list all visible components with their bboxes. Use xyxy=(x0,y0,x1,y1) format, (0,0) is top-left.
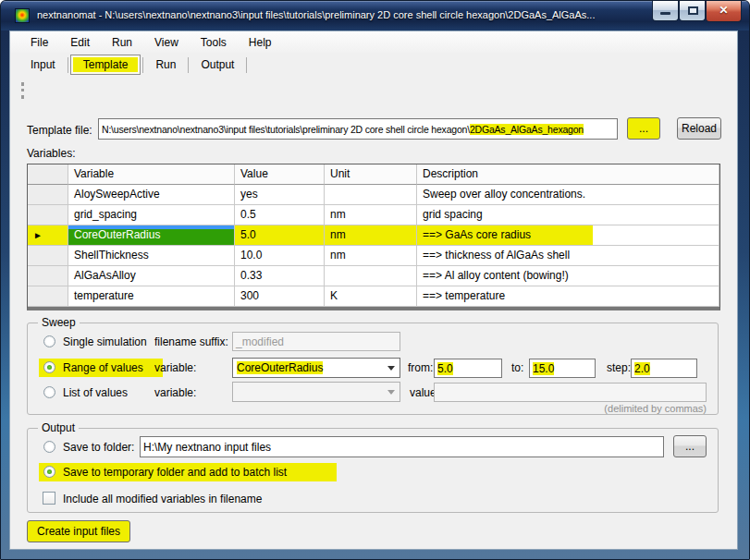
cell-variable[interactable]: AlGaAsAlloy xyxy=(68,266,235,286)
cell-variable[interactable]: AloySweepActive xyxy=(68,185,235,205)
menubar: File Edit Run View Tools Help xyxy=(10,31,737,53)
column-header-value[interactable]: Value xyxy=(235,164,325,185)
cell-description[interactable]: Sweep over alloy concentrations. xyxy=(417,185,719,205)
template-file-input[interactable]: N:\users\nextnano\nextnano3\input files\… xyxy=(98,118,618,140)
delimited-hint: (delimited by commas) xyxy=(527,403,707,414)
row-header-selected[interactable]: ► xyxy=(28,225,68,246)
column-header-description[interactable]: Description xyxy=(417,164,719,185)
range-of-values-label[interactable]: Range of values xyxy=(63,361,143,374)
range-variable-select[interactable]: CoreOuterRadius xyxy=(232,358,400,378)
tab-input[interactable]: Input xyxy=(18,55,68,74)
cell-variable[interactable]: ShellThickness xyxy=(68,246,235,266)
toolbar-grip-icon[interactable] xyxy=(21,82,24,99)
range-variable-value: CoreOuterRadius xyxy=(237,361,323,374)
titlebar[interactable]: nextnanomat - N:\users\nextnano\nextnano… xyxy=(1,1,749,30)
reload-button[interactable]: Reload xyxy=(677,117,721,140)
include-modified-checkbox[interactable] xyxy=(43,492,55,505)
cell-value[interactable]: 0.33 xyxy=(235,266,325,286)
single-simulation-radio[interactable] xyxy=(43,335,55,347)
dropdown-arrow-icon xyxy=(387,390,395,395)
template-path-prefix: N:\users\nextnano\nextnano3\input files\… xyxy=(102,124,470,135)
range-of-values-radio[interactable] xyxy=(43,361,55,373)
cell-description[interactable]: ==> GaAs core radius xyxy=(417,225,719,246)
save-to-folder-label[interactable]: Save to folder: xyxy=(63,441,134,454)
client-area: File Edit Run View Tools Help Input Temp… xyxy=(9,30,738,550)
list-of-values-label[interactable]: List of values xyxy=(63,386,128,399)
from-input[interactable]: 5.0 xyxy=(434,359,502,378)
tab-template[interactable]: Template xyxy=(70,55,141,75)
cell-value[interactable]: 0.5 xyxy=(235,205,325,225)
toolbar xyxy=(9,77,738,104)
cell-variable-selected[interactable]: CoreOuterRadius xyxy=(68,225,235,246)
menu-run[interactable]: Run xyxy=(103,33,141,52)
variables-label: Variables: xyxy=(27,147,75,160)
cell-description[interactable]: ==> temperature xyxy=(417,286,719,307)
close-button[interactable]: ✕ xyxy=(706,1,742,22)
tab-separator xyxy=(68,57,68,73)
cell-description[interactable]: grid spacing xyxy=(417,205,719,225)
save-to-folder-radio[interactable] xyxy=(43,441,55,453)
close-icon: ✕ xyxy=(707,4,741,17)
cell-description[interactable]: ==> Al alloy content (bowing!) xyxy=(417,266,719,286)
output-browse-button[interactable]: ... xyxy=(673,435,707,457)
single-simulation-label[interactable]: Single simulation xyxy=(63,335,147,348)
row-header[interactable] xyxy=(28,205,68,225)
cell-description[interactable]: ==> thickness of AlGaAs shell xyxy=(417,246,719,266)
menu-help[interactable]: Help xyxy=(240,33,281,52)
output-group-label: Output xyxy=(38,421,79,434)
filename-suffix-input[interactable]: _modified xyxy=(232,332,400,351)
save-folder-value: H:\My nextnano input files xyxy=(143,441,271,454)
tabstrip: Input Template Run Output xyxy=(9,53,738,77)
list-variable-label: variable: xyxy=(154,386,196,399)
step-input[interactable]: 2.0 xyxy=(631,359,697,378)
row-header[interactable] xyxy=(28,286,68,307)
window-title: nextnanomat - N:\users\nextnano\nextnano… xyxy=(37,9,595,20)
column-header-variable[interactable]: Variable xyxy=(68,164,235,185)
cell-unit[interactable]: K xyxy=(325,286,417,307)
maximize-icon xyxy=(688,6,698,15)
save-temp-folder-label[interactable]: Save to temporary folder and add to batc… xyxy=(63,466,287,479)
include-modified-label[interactable]: Include all modified variables in filena… xyxy=(63,493,262,505)
tab-separator xyxy=(246,57,247,73)
menu-tools[interactable]: Tools xyxy=(191,33,236,52)
app-icon xyxy=(15,8,30,23)
cell-unit[interactable]: nm xyxy=(325,205,417,225)
save-temp-folder-radio[interactable] xyxy=(43,466,55,478)
to-input[interactable]: 15.0 xyxy=(529,359,596,378)
filename-suffix-label: filename suffix: xyxy=(154,335,228,348)
cell-unit[interactable] xyxy=(325,266,417,286)
table-corner-cell xyxy=(28,164,68,185)
template-browse-button[interactable]: ... xyxy=(627,117,660,140)
save-folder-input[interactable]: H:\My nextnano input files xyxy=(140,436,664,457)
list-variable-select[interactable] xyxy=(232,382,400,402)
cell-value[interactable]: 10.0 xyxy=(235,246,325,266)
minimize-button[interactable] xyxy=(652,1,679,21)
create-input-files-button[interactable]: Create input files xyxy=(27,520,130,542)
dropdown-arrow-icon xyxy=(387,366,395,371)
minimize-icon xyxy=(660,12,670,15)
row-header[interactable] xyxy=(28,266,68,286)
from-value: 5.0 xyxy=(437,362,453,375)
sweep-group-label: Sweep xyxy=(38,316,80,329)
row-header[interactable] xyxy=(28,185,68,205)
cell-unit[interactable]: nm xyxy=(325,246,417,266)
step-label: step: xyxy=(607,361,631,374)
cell-value[interactable]: yes xyxy=(235,185,325,205)
cell-unit[interactable]: nm xyxy=(325,225,417,246)
column-header-unit[interactable]: Unit xyxy=(325,164,417,185)
cell-value[interactable]: 5.0 xyxy=(235,225,325,246)
values-input[interactable] xyxy=(434,383,707,402)
cell-variable[interactable]: temperature xyxy=(68,286,235,307)
maximize-button[interactable] xyxy=(679,1,706,21)
cell-variable[interactable]: grid_spacing xyxy=(68,205,235,225)
app-window: nextnanomat - N:\users\nextnano\nextnano… xyxy=(0,0,750,560)
tab-run[interactable]: Run xyxy=(143,55,188,74)
row-header[interactable] xyxy=(28,246,68,266)
list-of-values-radio[interactable] xyxy=(43,386,55,398)
cell-value[interactable]: 300 xyxy=(235,286,325,307)
tab-output[interactable]: Output xyxy=(189,55,246,74)
menu-file[interactable]: File xyxy=(21,33,57,52)
cell-unit[interactable] xyxy=(325,185,417,205)
menu-edit[interactable]: Edit xyxy=(61,33,99,52)
menu-view[interactable]: View xyxy=(145,33,188,52)
